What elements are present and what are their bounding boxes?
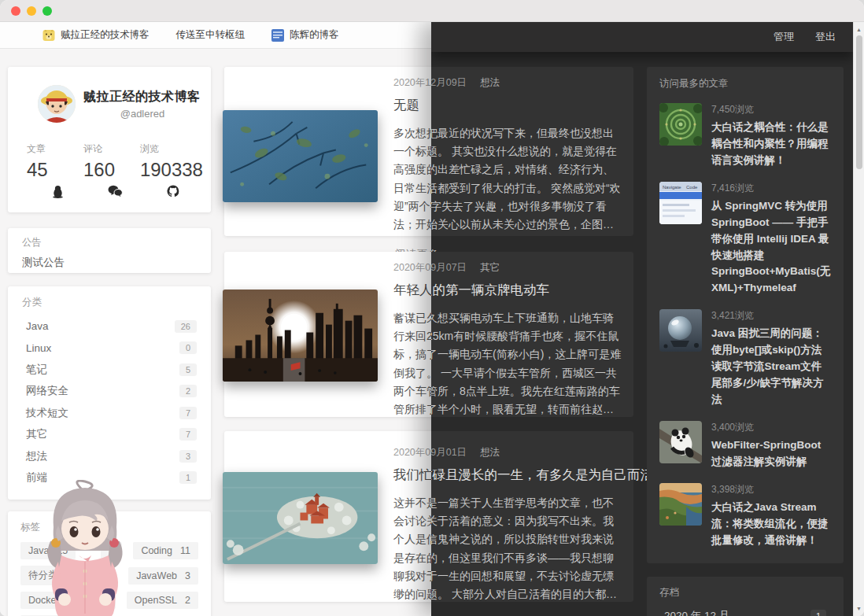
bookmark-label: 传送至中转枢纽: [176, 28, 246, 42]
blog-handle: @adlered: [83, 108, 201, 120]
scrollbar-thumb[interactable]: [856, 35, 862, 169]
article-cover-blue-leaves[interactable]: [223, 110, 378, 202]
categories-header: 分类: [22, 296, 197, 309]
blog-title: 贼拉正经的技术博客: [83, 89, 201, 105]
bookmark-label: 贼拉正经的技术博客: [61, 28, 150, 42]
browser-scrollbar[interactable]: ▲ ▼: [853, 22, 864, 616]
category-count: 5: [179, 363, 197, 376]
profile-card: 贼拉正经的技术博客 @adlered 文章45 评论160 浏览190338: [8, 67, 211, 212]
popular-article-title: WebFilter-SpringBoot过滤器注解实例讲解: [711, 437, 831, 470]
article-date: 2020年09月07日: [431, 261, 467, 275]
article-cover-castle-island[interactable]: [223, 472, 378, 564]
category-item[interactable]: 想法3: [26, 445, 197, 467]
blue-favicon-icon: [271, 29, 284, 42]
fullscreen-window-button[interactable]: [42, 6, 52, 16]
tag-chip[interactable]: Coding11: [133, 542, 198, 559]
popular-article-item[interactable]: 7,450浏览 大白话之耦合性：什么是耦合性和内聚性？用编程语言实例讲解！: [659, 103, 831, 169]
popular-article-title: 从 SpringMVC 转为使用 SpringBoot —— 手把手带你使用 I…: [711, 198, 831, 297]
doge-favicon-icon: [42, 29, 55, 42]
browser-window: 贼拉正经的技术博客 传送至中转枢纽 陈辉的博客 贼拉正经的技术博客 @adler…: [0, 0, 864, 616]
stat-value: 160: [83, 159, 140, 181]
scroll-up-arrow-icon[interactable]: ▲: [854, 27, 864, 32]
category-count: 7: [179, 407, 197, 419]
article-title[interactable]: 无题: [431, 97, 622, 114]
article-category[interactable]: 想法: [480, 76, 500, 90]
stat-label: 文章: [27, 142, 83, 156]
ide-screenshot-thumb: NavigateCode: [659, 182, 702, 224]
article-card: 2020年12月09日想法 无题 多次想把最近的状况写下来，但最终也没想出一个标…: [431, 67, 633, 236]
article-excerpt: 蓄谋已久想买辆电动车上下班通勤，山地车骑行来回25km有时候腰酸背痛手也疼，握不…: [431, 309, 622, 419]
article-excerpt: 多次想把最近的状况写下来，但最终也没想出一个标题。 其实也没什么想说的，就是觉得…: [431, 124, 622, 234]
qq-icon[interactable]: [52, 185, 64, 198]
view-count: 3,421浏览: [711, 309, 831, 323]
article-category[interactable]: 想法: [480, 446, 500, 459]
most-visited-card: 访问最多的文章 7,450浏览 大白话之耦合性：什么是耦合性和内聚性？用编程语言…: [647, 67, 844, 563]
category-count: 26: [175, 320, 197, 333]
site-navbar: 管理 登出: [431, 22, 853, 52]
bookmark-chenhui[interactable]: 陈辉的博客: [271, 28, 339, 42]
archive-item[interactable]: 2020 年 12 月1: [664, 606, 826, 616]
categories-card: 分类 Java26 Linux0 笔记5 网络安全2 技术短文7 其它7 想法3…: [8, 286, 211, 500]
garden-aerial-thumb: [659, 103, 702, 146]
category-item[interactable]: Java26: [26, 315, 197, 338]
logout-link[interactable]: 登出: [815, 30, 836, 44]
popular-article-item[interactable]: 3,421浏览 Java 困扰三周的问题：使用byte[]或skip()方法读取…: [659, 309, 831, 408]
right-sidebar: 访问最多的文章 7,450浏览 大白话之耦合性：什么是耦合性和内聚性？用编程语言…: [647, 67, 844, 616]
dark-page-clip: 贼拉正经的技术博客 @adlered 文章45 评论160 浏览190338 公…: [431, 49, 853, 616]
tag-chip[interactable]: OpenSSL2: [127, 592, 198, 609]
view-count: 3,398浏览: [711, 483, 831, 496]
archive-header: 存档: [659, 586, 831, 599]
panda-thumb: [659, 421, 702, 463]
announcement-text[interactable]: 测试公告: [22, 256, 197, 270]
category-count: 2: [179, 385, 197, 397]
article-title[interactable]: 我们忙碌且漫长的一生，有多久是为自己而活?: [431, 467, 622, 484]
category-count: 3: [179, 450, 197, 463]
article-title[interactable]: 年轻人的第一辆京牌电动车: [431, 282, 622, 299]
live2d-mascot-girl[interactable]: [35, 480, 135, 616]
popular-article-title: Java 困扰三周的问题：使用byte[]或skip()方法读取字节流Strea…: [711, 326, 831, 408]
svg-text:Code: Code: [686, 184, 698, 189]
popular-article-item[interactable]: NavigateCode 7,416浏览 从 SpringMVC 转为使用 Sp…: [659, 182, 831, 297]
stat-value: 190338: [140, 159, 197, 181]
close-window-button[interactable]: [11, 6, 20, 16]
category-count: 0: [179, 341, 197, 354]
stat-value: 45: [27, 159, 83, 181]
announcement-header: 公告: [22, 236, 197, 249]
dark-mode-overlay-panel: 管理 登出 贼拉正经的技术博客 @adlered 文章45 评论160 浏览19…: [431, 22, 853, 616]
wechat-icon[interactable]: [108, 185, 123, 198]
svg-text:Navigate: Navigate: [663, 184, 681, 189]
article-cover-shanghai-sunset[interactable]: [223, 290, 378, 382]
article-date: 2020年09月01日: [431, 446, 467, 459]
coast-thumb: [659, 483, 702, 526]
view-count: 3,400浏览: [711, 421, 831, 434]
manage-link[interactable]: 管理: [774, 30, 794, 44]
view-count: 7,450浏览: [711, 103, 831, 116]
tag-chip[interactable]: JavaWeb3: [128, 567, 198, 585]
popular-article-item[interactable]: 3,398浏览 大白话之Java Stream流：将类数组流化，便捷批量修改，通…: [659, 483, 831, 549]
archive-card: 存档 2020 年 12 月1 2020 年 09 月2 2020 年 05 月…: [647, 577, 844, 616]
macos-titlebar: [0, 0, 864, 22]
bookmark-blog[interactable]: 贼拉正经的技术博客: [42, 28, 150, 42]
minimize-window-button[interactable]: [27, 6, 36, 16]
category-item[interactable]: 其它7: [26, 424, 197, 446]
bookmark-hub[interactable]: 传送至中转枢纽: [176, 28, 246, 42]
popular-article-title: 大白话之Java Stream流：将类数组流化，便捷批量修改，通俗讲解！: [711, 500, 831, 549]
announcement-card: 公告 测试公告: [8, 228, 211, 273]
category-item[interactable]: Linux0: [26, 338, 197, 360]
scroll-down-arrow-icon[interactable]: ▼: [854, 606, 864, 611]
avatar: [38, 85, 76, 123]
stat-label: 浏览: [140, 142, 197, 156]
popular-article-item[interactable]: 3,400浏览 WebFilter-SpringBoot过滤器注解实例讲解: [659, 421, 831, 470]
stat-label: 评论: [83, 142, 140, 156]
category-item[interactable]: 技术短文7: [26, 402, 197, 424]
article-card: 2020年09月07日其它 年轻人的第一辆京牌电动车 蓄谋已久想买辆电动车上下班…: [431, 252, 633, 417]
view-count: 7,416浏览: [711, 182, 831, 195]
article-date: 2020年12月09日: [431, 76, 467, 90]
crystal-ball-thumb: [659, 309, 702, 352]
category-count: 1: [179, 471, 197, 484]
profile-stats: 文章45 评论160 浏览190338: [27, 142, 198, 181]
category-item[interactable]: 笔记5: [26, 359, 197, 381]
article-category[interactable]: 其它: [480, 261, 500, 275]
github-icon[interactable]: [167, 185, 179, 198]
category-item[interactable]: 网络安全2: [26, 381, 197, 403]
